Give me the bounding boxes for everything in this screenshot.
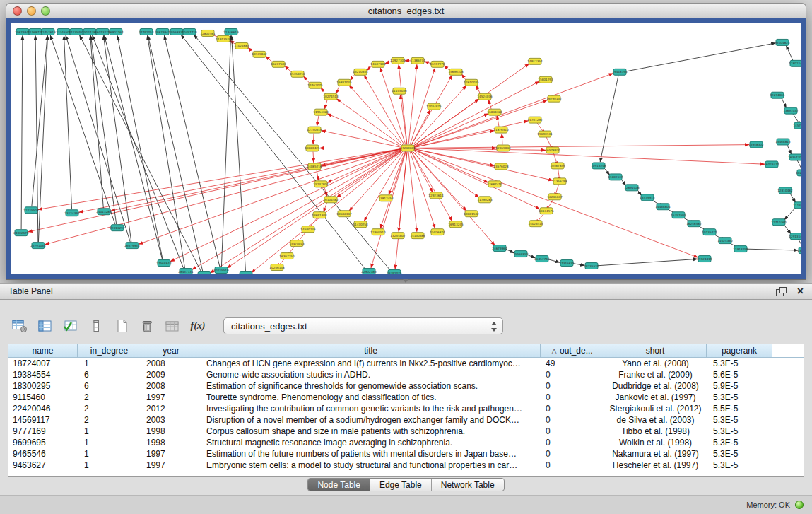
graph-edge[interactable] (626, 43, 775, 71)
graph-edge[interactable] (411, 110, 430, 145)
delete-table-icon[interactable] (137, 317, 157, 335)
graph-node[interactable]: 26902164 (108, 28, 124, 35)
graph-node[interactable]: 26679953 (124, 243, 140, 249)
graph-edge[interactable] (414, 148, 765, 165)
table-row[interactable]: 1938455462009Genome-wide association stu… (8, 369, 804, 380)
graph-node[interactable]: 11470258 (353, 221, 368, 228)
graph-node[interactable]: 13254807 (390, 233, 406, 239)
graph-edge[interactable] (413, 114, 488, 147)
graph-node[interactable]: 27791053 (139, 28, 154, 35)
graph-node[interactable]: 12368510 (370, 229, 386, 235)
column-header-short[interactable]: short (604, 344, 707, 358)
graph-edge[interactable] (413, 81, 539, 146)
column-header-pagerank[interactable]: pagerank (707, 344, 772, 358)
graph-node[interactable]: 14085216 (307, 163, 322, 170)
graph-edge[interactable] (414, 74, 613, 147)
float-panel-icon[interactable] (776, 287, 786, 296)
graph-node[interactable]: 15210354 (353, 69, 368, 75)
graph-node[interactable]: 20235519 (213, 267, 229, 274)
column-header-year[interactable]: year (141, 344, 201, 358)
graph-node[interactable]: 11135371 (793, 202, 801, 209)
graph-edge[interactable] (782, 98, 787, 108)
graph-edge[interactable] (784, 207, 796, 219)
graph-edge[interactable] (322, 131, 401, 148)
graph-node[interactable]: 24013286 (96, 209, 112, 215)
graph-edge[interactable] (573, 264, 584, 266)
graph-edge[interactable] (324, 202, 327, 212)
graph-node[interactable]: 11356798 (552, 178, 567, 185)
graph-node[interactable]: 13579915 (640, 194, 655, 201)
graph-node[interactable]: 21124408 (238, 272, 254, 274)
graph-node[interactable]: 24679964 (492, 245, 507, 252)
graph-node[interactable]: 24902175 (13, 230, 29, 236)
graph-node[interactable]: 10256148 (269, 264, 285, 271)
graph-node[interactable]: 23791075 (387, 270, 402, 274)
column-header-in_degree[interactable]: in_degree (78, 344, 141, 358)
import-table-icon[interactable] (163, 317, 182, 335)
graph-node[interactable]: 12610035 (464, 79, 479, 86)
graph-node[interactable]: 10801532 (464, 211, 479, 217)
graph-node[interactable]: 27346631 (559, 260, 575, 267)
graph-edge[interactable] (232, 35, 246, 271)
graph-node[interactable]: 15801293 (538, 76, 553, 83)
table-row[interactable]: 911546021997Tourette syndrome. Phenomeno… (8, 392, 804, 403)
graph-node[interactable]: 16023471 (764, 161, 779, 168)
graph-node[interactable]: 29346620 (196, 272, 212, 274)
graph-edge[interactable] (139, 149, 401, 244)
graph-node[interactable]: 15478013 (289, 240, 305, 247)
graph-edge[interactable] (324, 100, 327, 109)
graph-edge[interactable] (38, 35, 47, 242)
graph-node[interactable]: 16157278 (430, 61, 445, 67)
graph-node[interactable]: 11954328 (313, 109, 329, 115)
graph-node[interactable]: 13802038 (797, 247, 801, 254)
graph-node[interactable]: 16578920 (545, 147, 560, 153)
graph-node[interactable]: 13691308 (312, 212, 327, 218)
graph-node[interactable]: 25568853 (513, 251, 529, 257)
graph-node[interactable]: 13860425 (305, 145, 320, 151)
graph-node[interactable]: 13576028 (493, 163, 509, 170)
graph-node[interactable]: 28235520 (584, 263, 599, 269)
graph-node[interactable]: 10135842 (252, 51, 267, 57)
graph-node[interactable]: 23124397 (64, 210, 80, 216)
graph-node[interactable]: 21346619 (223, 28, 239, 35)
graph-node[interactable]: 22457619 (40, 28, 56, 35)
graph-node[interactable]: 92274061 (770, 92, 785, 98)
table-row[interactable]: 969969511998Structural magnetic resonanc… (8, 437, 804, 448)
close-window-button[interactable] (13, 6, 22, 16)
graph-node[interactable]: 16367250 (279, 253, 295, 259)
graph-node[interactable]: 12687410 (487, 181, 502, 187)
graph-node[interactable]: 11913259 (733, 246, 748, 252)
graph-node[interactable]: 25791064 (30, 243, 46, 249)
graph-node[interactable]: 15696108 (448, 69, 464, 75)
graph-node[interactable]: 10135471 (702, 229, 717, 235)
graph-edge[interactable] (336, 85, 340, 93)
graph-node[interactable]: 17240601 (400, 145, 416, 151)
graph-node[interactable]: 16357704 (788, 154, 801, 160)
graph-node[interactable]: 14912354 (527, 58, 543, 64)
graph-edge[interactable] (313, 134, 314, 144)
graph-edge[interactable] (317, 115, 319, 126)
graph-node[interactable]: 11024683 (234, 42, 249, 49)
graph-edge[interactable] (548, 259, 560, 262)
zoom-window-button[interactable] (41, 6, 50, 16)
graph-edge[interactable] (285, 66, 292, 72)
table-select-dropdown[interactable]: citations_edges.txt (223, 317, 503, 334)
graph-edge[interactable] (414, 145, 749, 148)
graph-node[interactable]: 16844328 (487, 109, 502, 115)
graph-edge[interactable] (412, 151, 466, 211)
minimize-window-button[interactable] (27, 6, 36, 16)
tab-network-table[interactable]: Network Table (431, 479, 504, 491)
graph-node[interactable]: 14524076 (477, 93, 493, 100)
graph-edge[interactable] (211, 150, 403, 273)
graph-edge[interactable] (80, 35, 201, 272)
table-mode-icon[interactable] (10, 317, 30, 335)
graph-node[interactable]: 10582347 (336, 211, 352, 217)
graph-node[interactable]: 11386274 (410, 57, 425, 64)
graph-node[interactable]: 12802148 (789, 60, 801, 66)
graph-edge[interactable] (303, 76, 310, 83)
graph-node[interactable]: 10913248 (591, 163, 606, 169)
graph-node[interactable]: 15958302 (748, 141, 764, 148)
graph-node[interactable]: 13812453 (378, 195, 394, 201)
new-table-icon[interactable] (112, 317, 131, 335)
graph-edge[interactable] (787, 144, 792, 154)
